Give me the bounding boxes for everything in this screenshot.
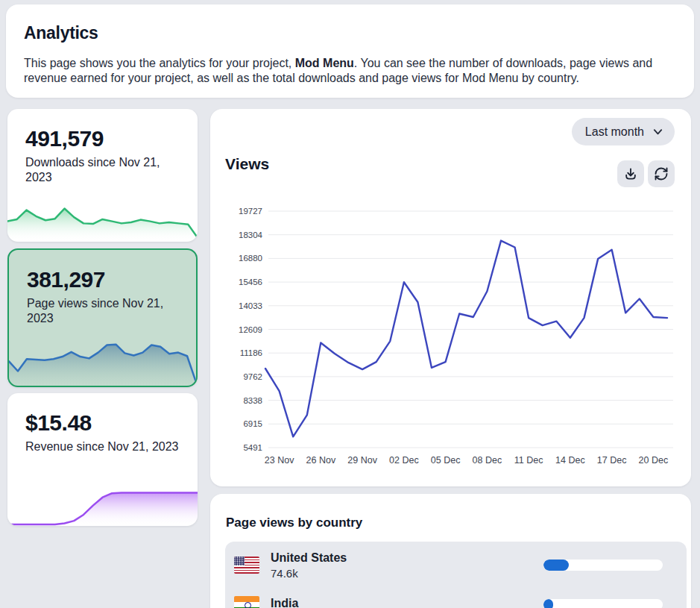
- page-title: Analytics: [24, 23, 676, 43]
- svg-text:9762: 9762: [243, 372, 262, 381]
- page-views-label: Page views since Nov 21, 2023: [27, 296, 178, 325]
- views-line-chart[interactable]: 1972718304168801545614033126091118697628…: [225, 200, 673, 468]
- svg-text:14 Dec: 14 Dec: [555, 455, 585, 466]
- svg-text:23 Nov: 23 Nov: [265, 455, 294, 466]
- country-progress-bar: [543, 599, 663, 608]
- page-description: This page shows you the analytics for yo…: [24, 56, 676, 85]
- country-page-views: 74.6k: [271, 567, 347, 580]
- download-icon: [623, 166, 638, 181]
- country-list: United States 74.6k India: [225, 542, 687, 608]
- project-name: Mod Menu: [295, 57, 354, 69]
- downloads-stat-card[interactable]: 491,579 Downloads since Nov 21, 2023: [7, 109, 198, 242]
- country-row-united-states: United States 74.6k: [225, 545, 687, 585]
- country-row-india: India: [225, 585, 687, 608]
- chart-actions: [617, 160, 675, 187]
- svg-text:16880: 16880: [239, 254, 262, 263]
- svg-text:02 Dec: 02 Dec: [389, 455, 419, 466]
- refresh-icon: [654, 166, 669, 181]
- download-csv-button[interactable]: [617, 160, 644, 187]
- svg-text:08 Dec: 08 Dec: [473, 455, 502, 466]
- downloads-label: Downloads since Nov 21, 2023: [25, 155, 180, 184]
- chart-title: Views: [225, 155, 269, 173]
- us-flag-icon: [234, 557, 259, 574]
- page-views-stat-card[interactable]: 381,297 Page views since Nov 21, 2023: [7, 248, 198, 387]
- downloads-sparkline-chart: [7, 188, 198, 242]
- country-name: United States: [271, 551, 347, 565]
- revenue-sparkline-chart: [7, 472, 198, 526]
- page-views-sparkline-chart: [9, 325, 196, 386]
- analytics-page: Analytics This page shows you the analyt…: [0, 0, 700, 608]
- svg-text:20 Dec: 20 Dec: [639, 455, 669, 466]
- header-card: Analytics This page shows you the analyt…: [6, 4, 694, 98]
- svg-text:12609: 12609: [239, 325, 262, 334]
- svg-text:29 Nov: 29 Nov: [347, 455, 377, 466]
- svg-text:17 Dec: 17 Dec: [597, 455, 627, 466]
- country-panel-title: Page views by country: [226, 515, 362, 530]
- revenue-stat-card[interactable]: $15.48 Revenue since Nov 21, 2023: [7, 393, 198, 526]
- svg-text:05 Dec: 05 Dec: [431, 455, 461, 466]
- date-range-label: Last month: [585, 125, 644, 139]
- page-views-count: 381,297: [27, 267, 178, 292]
- india-flag-icon: [234, 596, 259, 608]
- svg-text:15456: 15456: [239, 278, 262, 286]
- chevron-down-icon: [652, 126, 663, 137]
- svg-text:8338: 8338: [243, 396, 262, 405]
- country-name: India: [271, 597, 298, 608]
- country-progress-fill: [543, 560, 569, 571]
- date-range-selector[interactable]: Last month: [572, 118, 675, 145]
- country-progress-fill: [543, 599, 553, 608]
- refresh-button[interactable]: [648, 160, 675, 187]
- svg-text:19727: 19727: [239, 207, 262, 216]
- country-progress-bar: [543, 560, 663, 571]
- svg-text:14033: 14033: [239, 301, 262, 310]
- svg-text:18304: 18304: [239, 231, 263, 239]
- views-chart-panel: Last month Views 19727183041688015456140…: [210, 109, 691, 486]
- svg-text:6915: 6915: [243, 419, 262, 428]
- svg-text:5491: 5491: [243, 443, 262, 452]
- svg-text:26 Nov: 26 Nov: [306, 455, 336, 466]
- description-prefix: This page shows you the analytics for yo…: [24, 57, 295, 69]
- country-panel: Page views by country United States 74.6…: [210, 494, 691, 608]
- revenue-label: Revenue since Nov 21, 2023: [25, 439, 180, 454]
- downloads-count: 491,579: [25, 126, 180, 151]
- svg-text:11186: 11186: [240, 348, 262, 357]
- revenue-amount: $15.48: [25, 410, 180, 436]
- svg-text:11 Dec: 11 Dec: [514, 455, 543, 466]
